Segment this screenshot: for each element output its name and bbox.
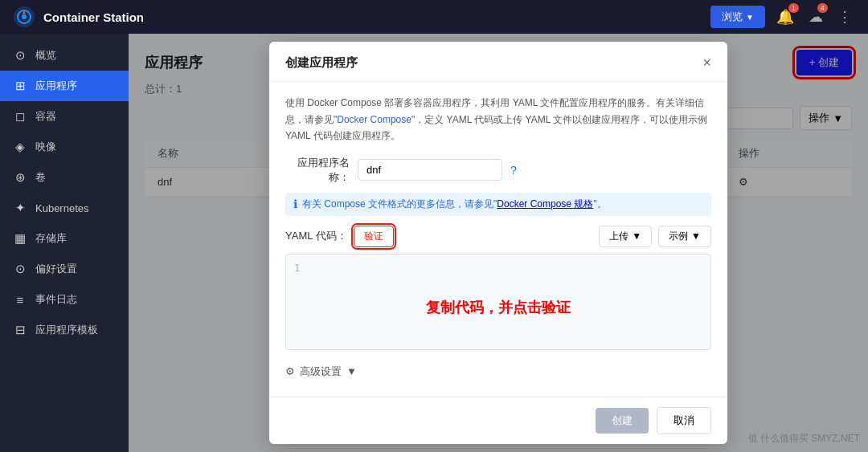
modal-footer: 创建 取消: [269, 397, 727, 444]
yaml-placeholder: 复制代码，并点击验证: [294, 298, 702, 317]
apptemplate-icon: ⊟: [13, 323, 27, 337]
app-title: Container Station: [43, 10, 710, 24]
compose-spec-link[interactable]: Docker Compose 规格: [497, 198, 593, 210]
chevron-down-icon: ▼: [746, 13, 754, 22]
main-content: 应用程序 + 创建 总计：1 🔍 操作 ▼ 名称 容器 创建时间 操作: [129, 34, 868, 452]
info-row: ℹ 有关 Compose 文件格式的更多信息，请参见"Docker Compos…: [285, 193, 711, 216]
app-name-label: 应用程序名称：: [285, 156, 350, 185]
sidebar-item-eventlog[interactable]: ≡ 事件日志: [0, 284, 129, 315]
sidebar-item-volumes[interactable]: ⊛ 卷: [0, 162, 129, 193]
overview-icon: ⊙: [13, 48, 27, 63]
sidebar-item-apptemplate[interactable]: ⊟ 应用程序模板: [0, 315, 129, 345]
sidebar-item-overview[interactable]: ⊙ 概览: [0, 40, 129, 71]
sidebar-item-label: 存储库: [35, 231, 67, 246]
yaml-section: YAML 代码： 验证 上传 ▼ 示例 ▼: [285, 226, 711, 350]
preferences-icon: ⊙: [13, 262, 27, 276]
sidebar-item-label: Kubernetes: [35, 202, 89, 214]
storage-icon: ▦: [13, 231, 27, 246]
modal-title: 创建应用程序: [285, 55, 358, 71]
sidebar-item-label: 应用程序: [35, 79, 77, 93]
chevron-down-icon: ▼: [632, 230, 641, 242]
notification-badge-2: 4: [817, 3, 828, 13]
create-app-modal: 创建应用程序 × 使用 Docker Compose 部署多容器应用程序，其利用…: [269, 42, 727, 443]
sidebar: ⊙ 概览 ⊞ 应用程序 ◻ 容器 ◈ 映像 ⊛ 卷 ✦ Kubernetes ▦…: [0, 34, 129, 452]
modal-body: 使用 Docker Compose 部署多容器应用程序，其利用 YAML 文件配…: [269, 82, 727, 396]
sidebar-item-images[interactable]: ◈ 映像: [0, 132, 129, 162]
verify-button[interactable]: 验证: [354, 226, 394, 247]
header-actions: 浏览 ▼ 🔔 1 ☁ 4 ⋮: [710, 5, 855, 29]
eventlog-icon: ≡: [13, 292, 27, 307]
kubernetes-icon: ✦: [13, 201, 27, 215]
sidebar-item-apps[interactable]: ⊞ 应用程序: [0, 71, 129, 101]
modal-create-button[interactable]: 创建: [596, 408, 649, 434]
notification-cloud-icon[interactable]: ☁ 4: [805, 5, 826, 29]
more-options-icon[interactable]: ⋮: [834, 5, 855, 29]
containers-icon: ◻: [13, 109, 27, 124]
images-icon: ◈: [13, 140, 27, 154]
modal-header: 创建应用程序 ×: [269, 42, 727, 82]
sidebar-item-preferences[interactable]: ⊙ 偏好设置: [0, 254, 129, 284]
sidebar-item-storage[interactable]: ▦ 存储库: [0, 223, 129, 254]
upload-button[interactable]: 上传 ▼: [599, 226, 652, 247]
modal-description: 使用 Docker Compose 部署多容器应用程序，其利用 YAML 文件配…: [285, 95, 711, 144]
advanced-settings-row[interactable]: ⚙ 高级设置 ▼: [285, 360, 711, 384]
sidebar-item-containers[interactable]: ◻ 容器: [0, 101, 129, 132]
sidebar-item-label: 概览: [35, 48, 56, 63]
info-text: 有关 Compose 文件格式的更多信息，请参见"Docker Compose …: [302, 197, 607, 211]
modal-cancel-button[interactable]: 取消: [657, 407, 711, 434]
yaml-label: YAML 代码：: [285, 229, 347, 243]
sidebar-item-label: 容器: [35, 109, 56, 124]
app-name-row: 应用程序名称： ?: [285, 156, 711, 185]
app-logo: [13, 6, 35, 28]
sidebar-item-label: 卷: [35, 170, 46, 185]
main-layout: ⊙ 概览 ⊞ 应用程序 ◻ 容器 ◈ 映像 ⊛ 卷 ✦ Kubernetes ▦…: [0, 34, 868, 452]
yaml-actions: 上传 ▼ 示例 ▼: [599, 226, 711, 247]
modal-overlay: 创建应用程序 × 使用 Docker Compose 部署多容器应用程序，其利用…: [129, 34, 868, 452]
chevron-down-icon: ▼: [691, 230, 701, 242]
advanced-label: 高级设置: [300, 364, 342, 379]
yaml-header: YAML 代码： 验证 上传 ▼ 示例 ▼: [285, 226, 711, 247]
app-name-input[interactable]: [358, 159, 502, 181]
svg-point-2: [22, 14, 27, 19]
sidebar-item-label: 映像: [35, 140, 56, 154]
notification-badge-1: 1: [788, 3, 799, 13]
yaml-editor[interactable]: 1 复制代码，并点击验证: [285, 254, 711, 350]
docker-compose-link[interactable]: Docker Compose: [337, 114, 411, 125]
info-icon: ℹ: [293, 197, 297, 210]
sidebar-item-label: 事件日志: [35, 292, 77, 307]
help-icon[interactable]: ?: [510, 164, 517, 177]
gear-icon: ⚙: [285, 365, 295, 377]
volumes-icon: ⊛: [13, 170, 27, 185]
apps-icon: ⊞: [13, 79, 27, 93]
sidebar-item-kubernetes[interactable]: ✦ Kubernetes: [0, 193, 129, 223]
app-header: Container Station 浏览 ▼ 🔔 1 ☁ 4 ⋮: [0, 0, 868, 34]
sidebar-item-label: 应用程序模板: [35, 323, 98, 337]
chevron-down-icon: ▼: [346, 365, 357, 377]
line-number: 1: [294, 263, 300, 274]
sidebar-item-label: 偏好设置: [35, 262, 77, 276]
browse-button[interactable]: 浏览 ▼: [710, 6, 765, 28]
notification-bell-icon[interactable]: 🔔 1: [773, 5, 797, 29]
modal-close-button[interactable]: ×: [702, 55, 711, 71]
example-button[interactable]: 示例 ▼: [658, 226, 711, 247]
